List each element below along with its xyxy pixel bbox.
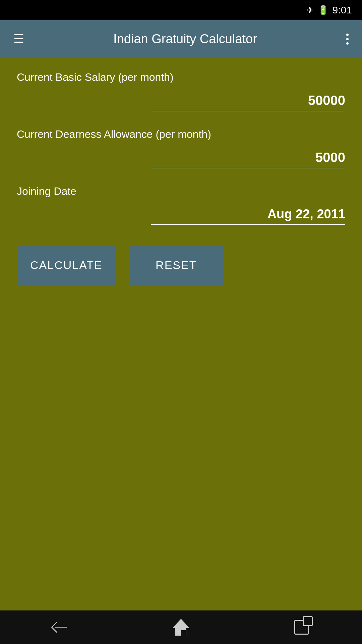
airplane-icon: ✈: [306, 5, 314, 16]
dot3: [346, 42, 349, 45]
joining-date-input[interactable]: [151, 204, 345, 225]
recents-button[interactable]: [288, 617, 315, 637]
reset-button[interactable]: RESET: [129, 245, 223, 285]
salary-label: Current Basic Salary (per month): [17, 71, 345, 84]
joining-date-group: Joining Date: [17, 185, 345, 225]
recents-inner: [303, 616, 313, 626]
status-bar: ✈ 🔋 9:01: [0, 0, 362, 20]
dearness-input[interactable]: [151, 147, 345, 168]
home-button[interactable]: [168, 617, 194, 637]
salary-input-wrapper: [17, 90, 345, 111]
back-button[interactable]: [47, 617, 74, 637]
salary-group: Current Basic Salary (per month): [17, 71, 345, 111]
status-icons: ✈ 🔋 9:01: [306, 4, 352, 16]
back-arrow-icon: [52, 621, 69, 633]
main-content: Current Basic Salary (per month) Current…: [0, 58, 362, 610]
home-body: [175, 628, 186, 636]
status-time: 9:01: [333, 4, 352, 16]
buttons-row: CALCULATE RESET: [17, 245, 345, 285]
home-icon: [173, 619, 189, 636]
salary-input[interactable]: [151, 90, 345, 111]
more-options-icon[interactable]: [343, 30, 352, 48]
dearness-group: Current Dearness Allowance (per month): [17, 128, 345, 168]
recents-icon: [294, 620, 309, 635]
nav-bar: [0, 610, 362, 644]
home-roof: [172, 619, 190, 628]
dearness-input-wrapper: [17, 147, 345, 168]
dearness-label: Current Dearness Allowance (per month): [17, 128, 345, 141]
toolbar: ☰ Indian Gratuity Calculator: [0, 20, 362, 58]
joining-date-label: Joining Date: [17, 185, 345, 198]
dot1: [346, 34, 349, 36]
home-door: [181, 630, 186, 636]
menu-icon[interactable]: ☰: [10, 30, 27, 48]
battery-icon: 🔋: [318, 5, 328, 15]
app-title: Indian Gratuity Calculator: [27, 32, 343, 46]
calculate-button[interactable]: CALCULATE: [17, 245, 116, 285]
joining-date-input-wrapper: [17, 204, 345, 225]
dot2: [346, 38, 349, 40]
